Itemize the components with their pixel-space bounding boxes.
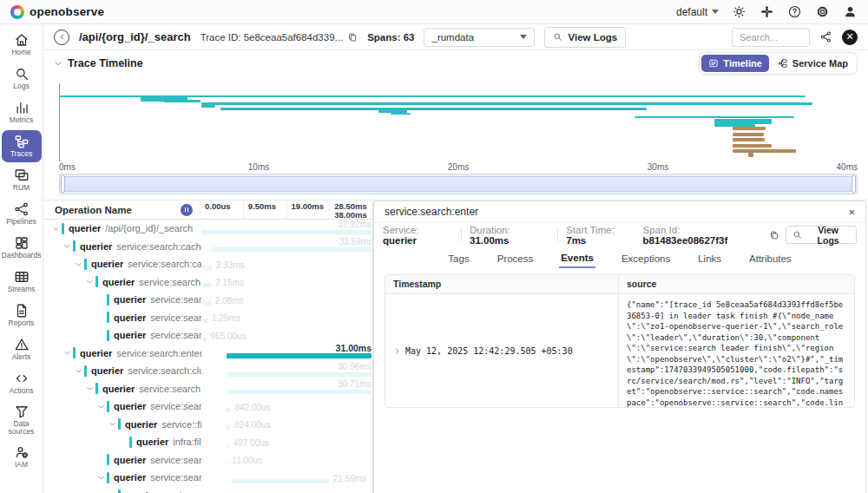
timeline-span[interactable] <box>733 127 766 130</box>
view-logs-button[interactable]: View Logs <box>544 27 626 48</box>
copy-icon[interactable] <box>347 32 358 43</box>
share-icon[interactable] <box>819 30 832 43</box>
expand-chevron-icon[interactable] <box>75 260 82 268</box>
sidebar-item-actions[interactable]: Actions <box>2 367 42 399</box>
timeline-span[interactable] <box>733 133 764 136</box>
timeline-span[interactable] <box>733 144 772 148</box>
timeline-span[interactable] <box>733 149 797 153</box>
span-row[interactable]: querierservice:searc...842.00us <box>43 398 372 416</box>
sidebar-item-rum[interactable]: RUM <box>2 164 42 196</box>
span-row[interactable]: querierservice:search:c...2.08ms <box>43 291 372 309</box>
sidebar-item-alerts[interactable]: Alerts <box>2 333 42 365</box>
expand-chevron-icon[interactable] <box>75 367 82 375</box>
tab-attributes[interactable]: Attributes <box>747 249 793 267</box>
span-row[interactable]: querierservice:searc...21.59ms <box>43 469 372 487</box>
tab-service-map[interactable]: Service Map <box>771 55 855 72</box>
expand-chevron-icon[interactable] <box>63 242 71 250</box>
timeline-span[interactable] <box>163 100 201 102</box>
minimap-selection[interactable] <box>64 176 852 192</box>
pause-button[interactable] <box>181 204 193 216</box>
span-row[interactable]: querierservice:search:cacher:s...33.59ms <box>43 238 372 256</box>
timeline-span[interactable] <box>748 153 753 157</box>
chevron-right-icon[interactable] <box>393 347 401 355</box>
sidebar-item-traces[interactable]: Traces <box>2 130 42 162</box>
sidebar-item-streams[interactable]: Streams <box>2 266 42 298</box>
span-duration-bar[interactable] <box>227 372 372 377</box>
span-row[interactable]: querierservice:search:cache...2.33ms <box>43 255 372 273</box>
timeline-span[interactable] <box>220 108 648 110</box>
org-selector[interactable]: default <box>676 6 719 18</box>
span-duration-bar[interactable] <box>202 319 207 323</box>
sidebar-item-iam[interactable]: IAM <box>2 441 42 473</box>
settings-icon[interactable] <box>815 4 830 19</box>
tab-exceptions[interactable]: Exceptions <box>620 249 672 267</box>
span-duration-bar[interactable] <box>202 283 211 287</box>
sidebar-item-metrics[interactable]: Metrics <box>2 96 42 128</box>
sidebar-item-logs[interactable]: Logs <box>2 62 42 95</box>
span-row[interactable]: querierservice::file...824.00us <box>43 416 372 434</box>
close-trace-button[interactable]: ✕ <box>842 30 858 45</box>
span-duration-bar[interactable] <box>202 266 212 270</box>
copy-icon[interactable] <box>769 230 779 240</box>
span-duration-bar[interactable] <box>227 425 230 430</box>
sidebar-item-dashboards[interactable]: Dashboards <box>2 232 42 264</box>
span-row[interactable]: querierinfra:file...497.00us <box>43 433 372 451</box>
span-row[interactable]: querierservice:search:enter31.00ms <box>43 345 372 363</box>
span-duration-bar[interactable] <box>227 408 230 412</box>
span-row[interactable]: querierservice:search:c...1.25ms <box>43 309 372 327</box>
timeline-span[interactable] <box>391 113 411 115</box>
expand-chevron-icon[interactable] <box>86 278 94 286</box>
span-view-logs-button[interactable]: View Logs <box>786 226 857 244</box>
span-row[interactable]: querier/api/{org_id}/_search37.92ms <box>43 220 372 238</box>
span-duration-bar[interactable] <box>201 230 372 234</box>
span-row[interactable]: querierservice:search:c...965.00us <box>43 326 372 345</box>
timeline-span[interactable] <box>714 119 772 124</box>
expand-chevron-icon[interactable] <box>86 385 94 392</box>
span-row[interactable]: querierservice:searc... <box>43 487 372 493</box>
sidebar-item-reports[interactable]: Reports <box>2 299 42 332</box>
expand-chevron-icon[interactable] <box>108 420 116 428</box>
expand-chevron-icon[interactable] <box>52 225 60 233</box>
minimap-handle-right[interactable] <box>852 175 856 193</box>
span-row[interactable]: querierservice:searc...11.00us <box>43 451 372 470</box>
brightness-icon[interactable] <box>732 4 746 19</box>
timeline-span[interactable] <box>733 138 766 141</box>
span-duration-bar[interactable] <box>227 353 372 358</box>
span-duration-bar[interactable] <box>212 247 372 252</box>
tab-process[interactable]: Process <box>496 249 536 267</box>
sidebar-item-home[interactable]: Home <box>2 29 42 61</box>
back-button[interactable] <box>54 30 69 45</box>
slack-icon[interactable] <box>760 4 774 19</box>
span-duration-bar[interactable] <box>227 390 371 394</box>
stream-select[interactable]: _rumdata <box>424 28 535 47</box>
timeline-span[interactable] <box>201 105 216 108</box>
timeline-span[interactable] <box>635 116 795 119</box>
search-input[interactable] <box>732 28 810 47</box>
expand-chevron-icon[interactable] <box>97 403 105 411</box>
event-row[interactable]: May 12, 2025 12:42:29.505 +05:30 {"name"… <box>385 294 854 407</box>
tab-events[interactable]: Events <box>559 248 595 268</box>
expand-chevron-icon[interactable] <box>63 349 71 357</box>
help-icon[interactable] <box>787 4 802 19</box>
span-row[interactable]: querierservice:search:fl...30.71ms <box>43 380 372 398</box>
span-row[interactable]: querierservice:search:clu...2.15ms <box>43 273 372 292</box>
pipelines-icon <box>14 201 30 217</box>
sidebar-item-data-sources[interactable]: Data sources <box>2 401 42 439</box>
close-icon[interactable]: × <box>848 207 855 218</box>
tab-links[interactable]: Links <box>696 249 723 267</box>
span-duration-bar[interactable] <box>232 479 329 483</box>
profile-icon[interactable] <box>843 4 858 19</box>
span-duration-bar[interactable] <box>202 337 207 341</box>
span-duration-bar[interactable] <box>227 461 227 465</box>
tab-timeline[interactable]: Timeline <box>701 55 768 72</box>
timeline-collapse[interactable]: Trace Timeline <box>54 57 143 69</box>
sidebar-item-pipelines[interactable]: Pipelines <box>2 198 42 230</box>
span-duration-bar[interactable] <box>227 444 229 448</box>
timeline-minimap[interactable] <box>59 174 858 194</box>
timeline-span[interactable] <box>201 102 812 105</box>
span-duration-bar[interactable] <box>202 301 211 306</box>
tab-tags[interactable]: Tags <box>446 249 470 267</box>
expand-chevron-icon[interactable] <box>97 474 105 482</box>
span-row[interactable]: querierservice:search:clu...30.96ms <box>43 362 372 380</box>
minimap-handle-left[interactable] <box>61 175 65 193</box>
